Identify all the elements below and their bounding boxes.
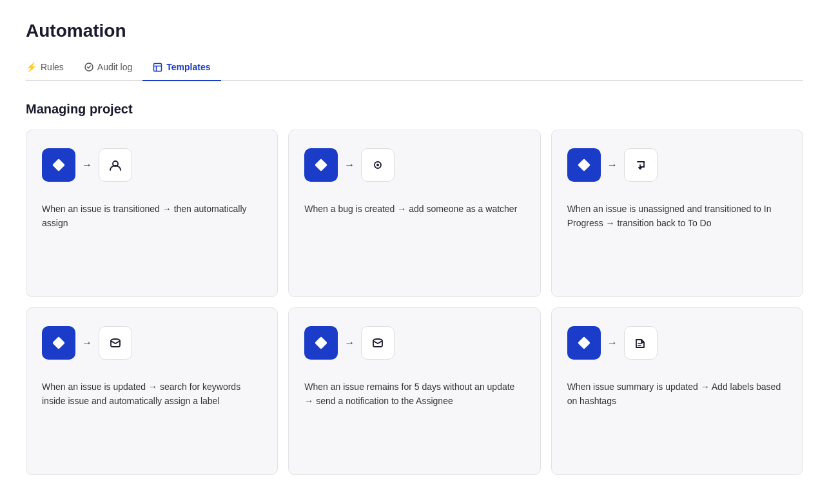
svg-rect-1	[154, 63, 162, 71]
action-icon-3	[624, 148, 658, 182]
card-6-text: When issue summary is updated → Add labe…	[567, 380, 787, 456]
arrow-icon-3: →	[607, 159, 618, 171]
card-2-text: When a bug is created → add someone as a…	[304, 202, 524, 278]
trigger-icon-5	[304, 326, 338, 360]
template-card-5[interactable]: → When an issue remains for 5 days witho…	[288, 307, 540, 475]
template-card-1[interactable]: → When an issue is transitioned → then a…	[26, 130, 278, 297]
card-4-text: When an issue is updated → search for ke…	[42, 380, 262, 456]
rules-icon: ⚡	[26, 62, 37, 72]
card-5-text: When an issue remains for 5 days without…	[304, 380, 524, 456]
template-card-4[interactable]: → When an issue is updated → search for …	[26, 307, 278, 475]
card-4-icons: →	[42, 326, 262, 360]
tab-audit-log[interactable]: Audit log	[74, 57, 142, 81]
trigger-icon-2	[304, 148, 338, 182]
page-title: Automation	[26, 21, 803, 41]
tab-templates[interactable]: Templates	[142, 57, 220, 81]
card-3-text: When an issue is unassigned and transiti…	[567, 202, 787, 278]
svg-rect-8	[52, 336, 65, 349]
action-icon-2	[361, 148, 395, 182]
svg-rect-2	[52, 159, 65, 171]
arrow-icon-2: →	[344, 159, 355, 171]
trigger-icon-6	[567, 326, 601, 360]
svg-point-6	[376, 164, 379, 166]
card-2-icons: →	[304, 148, 524, 182]
card-3-icons: →	[567, 148, 787, 182]
arrow-icon-5: →	[344, 337, 355, 349]
arrow-icon-6: →	[607, 337, 618, 349]
trigger-icon-4	[42, 326, 75, 360]
action-icon-4	[99, 326, 132, 360]
card-6-icons: →	[567, 326, 787, 360]
action-icon-1	[99, 148, 132, 182]
trigger-icon-1	[42, 148, 75, 182]
card-1-icons: →	[42, 148, 262, 182]
action-icon-6	[624, 326, 658, 360]
tabs-bar: ⚡ Rules Audit log Templates	[26, 57, 803, 81]
template-card-6[interactable]: → When issue summary is updated → Add la…	[551, 307, 803, 475]
template-card-2[interactable]: → When a bug is created → add someone as…	[288, 130, 540, 297]
svg-rect-10	[578, 336, 590, 349]
audit-log-icon	[84, 63, 93, 72]
arrow-icon-1: →	[82, 159, 92, 171]
template-card-3[interactable]: → When an issue is unassigned and transi…	[551, 130, 803, 297]
trigger-icon-3	[567, 148, 601, 182]
svg-rect-4	[315, 159, 327, 171]
cards-grid: → When an issue is transitioned → then a…	[26, 130, 803, 475]
arrow-icon-4: →	[82, 337, 92, 349]
page-container: Automation ⚡ Rules Audit log	[0, 0, 829, 501]
templates-icon	[153, 63, 162, 72]
card-1-text: When an issue is transitioned → then aut…	[42, 202, 262, 278]
action-icon-5	[361, 326, 395, 360]
card-5-icons: →	[304, 326, 524, 360]
svg-rect-9	[315, 336, 327, 349]
svg-rect-7	[578, 159, 590, 171]
tab-rules[interactable]: ⚡ Rules	[26, 57, 74, 81]
section-title: Managing project	[26, 102, 803, 117]
